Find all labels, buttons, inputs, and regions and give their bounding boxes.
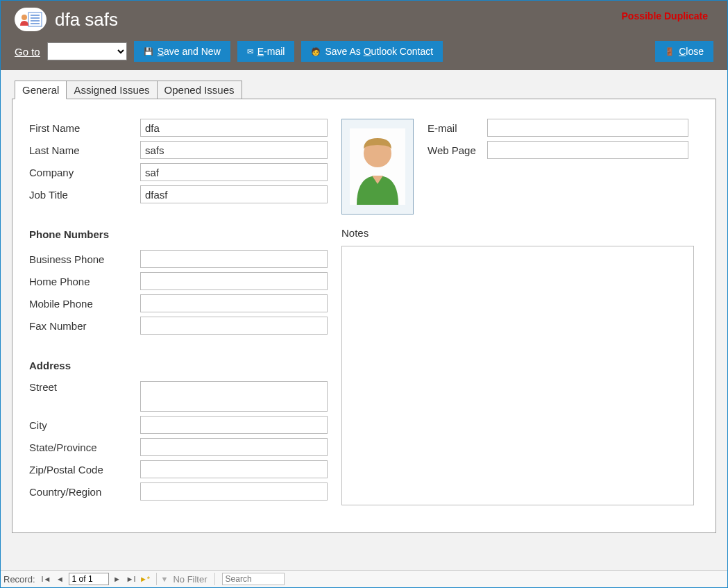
label-zip: Zip/Postal Code — [29, 464, 140, 476]
business-phone-field[interactable] — [140, 250, 328, 268]
label-company: Company — [29, 167, 140, 178]
first-name-field[interactable] — [140, 119, 328, 137]
separator — [156, 573, 157, 585]
notes-field[interactable] — [341, 246, 694, 505]
email-button[interactable]: ✉ E-mail — [237, 41, 295, 62]
svg-rect-0 — [28, 12, 42, 26]
close-button[interactable]: 🚪 Close — [655, 41, 713, 62]
label-job-title: Job Title — [29, 189, 140, 201]
label-country: Country/Region — [29, 486, 140, 498]
no-filter-label[interactable]: No Filter — [173, 574, 207, 585]
svg-point-5 — [22, 15, 27, 20]
tab-assigned-issues[interactable]: Assigned Issues — [66, 81, 157, 99]
nav-prev-button[interactable]: ◄ — [54, 573, 67, 585]
record-label: Record: — [3, 574, 35, 585]
street-field[interactable] — [140, 381, 328, 412]
toolbar: Go to 💾 Save and New ✉ E-mail 🧑 Save As … — [15, 41, 713, 62]
country-field[interactable] — [140, 482, 328, 501]
tab-opened-issues[interactable]: Opened Issues — [157, 81, 242, 99]
label-last-name: Last Name — [29, 144, 140, 156]
header-bar: dfa safs Possible Duplicate Go to 💾 Save… — [1, 1, 727, 70]
record-position-field[interactable] — [69, 573, 109, 585]
state-field[interactable] — [140, 438, 328, 456]
company-field[interactable] — [140, 163, 328, 181]
label-first-name: First Name — [29, 122, 140, 134]
section-address: Address — [29, 360, 328, 371]
nav-last-button[interactable]: ►I — [125, 573, 137, 585]
filter-icon: ▼ — [161, 575, 169, 583]
label-business-phone: Business Phone — [29, 253, 140, 265]
nav-new-button[interactable]: ►* — [139, 573, 151, 585]
door-icon: 🚪 — [665, 47, 675, 56]
duplicate-warning: Possible Duplicate — [622, 10, 708, 22]
email-field[interactable] — [487, 119, 688, 137]
zip-field[interactable] — [140, 460, 328, 478]
panel-general: First Name Last Name Company Job Title P… — [12, 99, 716, 533]
goto-select[interactable] — [47, 42, 127, 60]
label-city: City — [29, 419, 140, 431]
mobile-phone-field[interactable] — [140, 294, 328, 312]
contact-card-icon — [15, 8, 46, 31]
label-webpage: Web Page — [428, 144, 487, 156]
contact-photo[interactable] — [341, 119, 414, 215]
label-notes: Notes — [341, 227, 699, 239]
save-as-outlook-button[interactable]: 🧑 Save As Outlook Contact — [301, 41, 443, 62]
save-and-new-button[interactable]: 💾 Save and New — [134, 41, 230, 62]
goto-label: Go to — [15, 46, 40, 58]
record-navigation-bar: Record: I◄ ◄ ► ►I ►* ▼ No Filter — [1, 570, 727, 587]
label-email: E-mail — [428, 122, 487, 134]
label-fax: Fax Number — [29, 320, 140, 332]
mail-icon: ✉ — [247, 47, 253, 56]
fax-field[interactable] — [140, 317, 328, 335]
label-home-phone: Home Phone — [29, 276, 140, 287]
nav-first-button[interactable]: I◄ — [40, 573, 53, 585]
label-mobile-phone: Mobile Phone — [29, 298, 140, 310]
nav-next-button[interactable]: ► — [111, 573, 124, 585]
section-phone-numbers: Phone Numbers — [29, 228, 328, 240]
page-title: dfa safs — [55, 9, 118, 31]
job-title-field[interactable] — [140, 185, 328, 203]
webpage-field[interactable] — [487, 141, 688, 159]
label-state: State/Province — [29, 442, 140, 453]
search-input[interactable] — [222, 573, 285, 585]
outlook-icon: 🧑 — [311, 47, 321, 56]
home-phone-field[interactable] — [140, 272, 328, 290]
label-street: Street — [29, 381, 140, 393]
separator — [214, 573, 215, 585]
save-icon: 💾 — [144, 47, 153, 56]
tab-general[interactable]: General — [15, 81, 67, 99]
tab-strip: General Assigned Issues Opened Issues — [15, 80, 716, 99]
city-field[interactable] — [140, 416, 328, 434]
body-area: General Assigned Issues Opened Issues Fi… — [1, 70, 727, 570]
last-name-field[interactable] — [140, 141, 328, 159]
